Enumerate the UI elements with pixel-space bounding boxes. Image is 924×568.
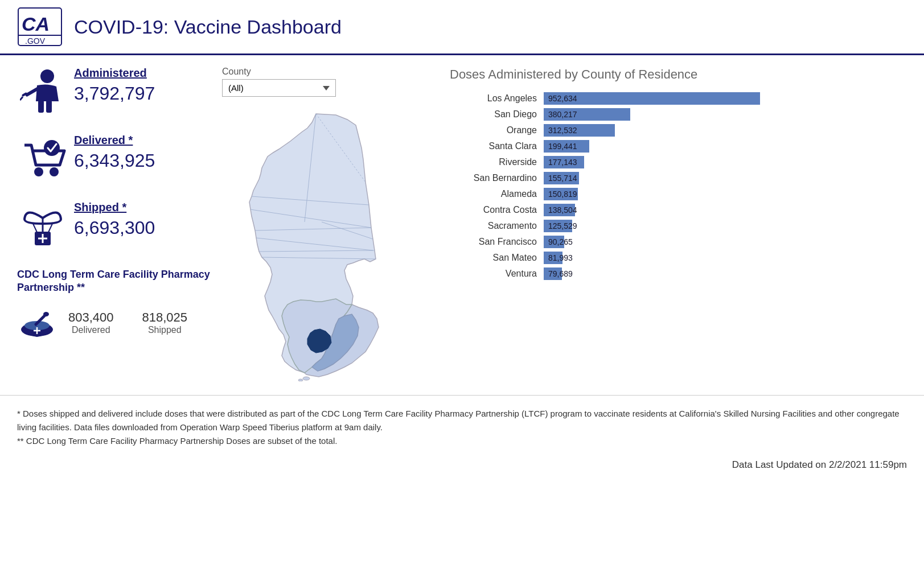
table-row: Riverside 177,143 [450, 156, 907, 168]
left-panel: Administered 3,792,797 Delivered * 6, [17, 67, 211, 384]
shipped-info: Shipped * 6,693,300 [68, 201, 155, 238]
administered-label: Administered [74, 67, 155, 80]
county-bar-container: 81,993 [544, 252, 907, 264]
county-list: Los Angeles 952,634 San Diego 380,217 Or… [450, 92, 907, 280]
county-bar-container: 380,217 [544, 108, 907, 121]
county-select[interactable]: (All) Los Angeles San Diego Orange Santa… [222, 79, 336, 97]
cdc-delivered-col: 803,400 Delivered [68, 310, 114, 335]
right-panel: Doses Administered by County of Residenc… [438, 67, 907, 384]
county-value: 138,504 [548, 205, 577, 215]
shipped-icon [17, 201, 68, 252]
county-bar-container: 952,634 [544, 92, 907, 105]
svg-rect-8 [38, 100, 44, 113]
county-filter-label: County [222, 67, 336, 77]
table-row: San Diego 380,217 [450, 108, 907, 121]
county-value: 952,634 [548, 94, 577, 103]
ca-gov-logo: CA .GOV [17, 7, 63, 47]
table-row: Orange 312,532 [450, 124, 907, 137]
right-panel-title: Doses Administered by County of Residenc… [450, 67, 907, 83]
cdc-shipped-value: 818,025 [142, 310, 188, 325]
cdc-shipped-label: Shipped [142, 325, 188, 335]
table-row: Santa Clara 199,441 [450, 140, 907, 153]
cdc-numbers: 803,400 Delivered 818,025 Shipped [68, 310, 187, 335]
county-name: Santa Clara [450, 141, 544, 151]
county-bar-container: 125,529 [544, 220, 907, 232]
county-value: 150,819 [548, 190, 577, 199]
county-bar-container: 312,532 [544, 124, 907, 137]
county-bar-container: 138,504 [544, 204, 907, 216]
shipped-label: Shipped * [74, 201, 155, 214]
county-name: San Bernardino [450, 173, 544, 183]
delivered-icon [17, 134, 68, 185]
delivered-value: 6,343,925 [74, 150, 155, 171]
svg-text:.GOV: .GOV [25, 36, 46, 46]
svg-point-10 [34, 167, 43, 176]
administered-stat: Administered 3,792,797 [17, 67, 211, 118]
county-bar-container: 177,143 [544, 156, 907, 168]
administered-value: 3,792,797 [74, 83, 155, 104]
footnote: * Doses shipped and delivered include do… [0, 395, 924, 454]
county-name: Riverside [450, 157, 544, 167]
county-name: Sacramento [450, 221, 544, 231]
county-bar-container: 150,819 [544, 188, 907, 200]
county-name: Alameda [450, 189, 544, 199]
page-title: COVID-19: Vaccine Dashboard [74, 16, 342, 38]
cdc-row: 803,400 Delivered 818,025 Shipped [17, 303, 211, 343]
svg-point-4 [40, 69, 54, 83]
county-value: 125,529 [548, 221, 577, 231]
table-row: Los Angeles 952,634 [450, 92, 907, 105]
county-filter[interactable]: County (All) Los Angeles San Diego Orang… [222, 67, 336, 97]
county-list-scroll[interactable]: Los Angeles 952,634 San Diego 380,217 Or… [450, 92, 907, 283]
svg-text:CA: CA [22, 13, 50, 35]
cdc-shipped-col: 818,025 Shipped [142, 310, 188, 335]
main-content: Administered 3,792,797 Delivered * 6, [0, 55, 924, 395]
svg-rect-9 [46, 100, 52, 113]
cdc-title: CDC Long Term Care Facility Pharmacy Par… [17, 268, 211, 295]
map-panel: County (All) Los Angeles San Diego Orang… [222, 67, 427, 384]
county-value: 81,993 [548, 253, 573, 262]
shipped-stat: Shipped * 6,693,300 [17, 201, 211, 252]
table-row: Sacramento 125,529 [450, 220, 907, 232]
table-row: Contra Costa 138,504 [450, 204, 907, 216]
shipped-value: 6,693,300 [74, 217, 155, 238]
county-bar-container: 79,689 [544, 267, 907, 280]
county-value: 177,143 [548, 158, 577, 167]
delivered-stat: Delivered * 6,343,925 [17, 134, 211, 185]
cdc-section: CDC Long Term Care Facility Pharmacy Par… [17, 268, 211, 343]
california-map [222, 108, 404, 384]
cdc-mortar-icon [17, 303, 57, 343]
county-name: Ventura [450, 269, 544, 279]
header: CA .GOV COVID-19: Vaccine Dashboard [0, 0, 924, 55]
county-name: San Diego [450, 109, 544, 120]
cdc-delivered-label: Delivered [68, 325, 114, 335]
county-value: 90,265 [548, 237, 573, 246]
administered-info: Administered 3,792,797 [68, 67, 155, 104]
county-name: San Mateo [450, 253, 544, 263]
table-row: Alameda 150,819 [450, 188, 907, 200]
administered-icon [17, 67, 68, 118]
county-name: Los Angeles [450, 93, 544, 104]
county-bar-container: 155,714 [544, 172, 907, 184]
table-row: Ventura 79,689 [450, 267, 907, 280]
map-svg [222, 108, 404, 381]
county-value: 79,689 [548, 269, 573, 278]
county-value: 155,714 [548, 174, 577, 183]
county-name: Contra Costa [450, 205, 544, 215]
table-row: San Bernardino 155,714 [450, 172, 907, 184]
svg-point-23 [298, 379, 303, 381]
footnote-line2: ** CDC Long Term Care Facility Pharmacy … [17, 434, 907, 448]
county-bar-container: 199,441 [544, 140, 907, 153]
svg-line-7 [20, 97, 23, 100]
delivered-label: Delivered * [74, 134, 155, 147]
svg-point-19 [43, 312, 49, 316]
county-bar-container: 90,265 [544, 236, 907, 248]
county-value: 380,217 [548, 110, 577, 119]
county-name: Orange [450, 125, 544, 135]
county-name: San Francisco [450, 237, 544, 247]
cdc-delivered-value: 803,400 [68, 310, 114, 325]
svg-point-22 [303, 377, 310, 380]
county-value: 312,532 [548, 126, 577, 135]
county-value: 199,441 [548, 142, 577, 151]
data-updated: Data Last Updated on 2/2/2021 11:59pm [0, 454, 924, 482]
svg-point-11 [50, 167, 59, 176]
